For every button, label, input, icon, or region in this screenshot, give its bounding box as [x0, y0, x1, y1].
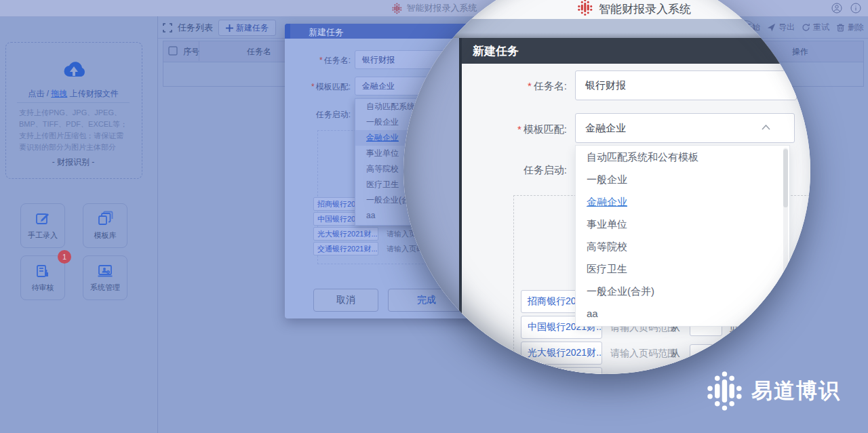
task-name-label-text: 任务名: — [534, 80, 567, 91]
table-border-left — [163, 41, 163, 86]
retry-icon — [802, 23, 810, 32]
brand-name: 易道博识 — [751, 377, 841, 405]
dropdown-option[interactable]: 一般企业(合并) — [576, 280, 789, 302]
content-toolbar: 任务列表 新建任务 — [163, 20, 276, 35]
template-match-label: *模板匹配: — [296, 81, 351, 93]
required-mark: * — [517, 123, 521, 135]
info-icon[interactable] — [850, 3, 861, 14]
upload-divider — [17, 102, 130, 103]
edit-icon — [35, 211, 51, 227]
sidebar-item-template-library[interactable]: 模板库 — [83, 203, 127, 248]
brand-logo-icon — [577, 0, 593, 16]
dropdown-scrollbar — [783, 148, 788, 323]
task-name-label-text: 任务名: — [324, 56, 351, 65]
task-list-label[interactable]: 任务列表 — [178, 22, 213, 34]
dropdown-option[interactable]: 事业单位 — [576, 213, 789, 235]
upload-hint: 支持上传PNG、JPG、JPEG、BMP、TIFF、PDF、EXCEL等；支持上… — [19, 107, 129, 153]
delete-action[interactable]: 删除 — [836, 22, 864, 33]
dropdown-option[interactable]: aa — [576, 302, 789, 325]
cloud-upload-icon — [60, 60, 88, 81]
page-range-placeholder: 请输入页码范围 — [610, 373, 677, 374]
export-label: 导出 — [778, 22, 795, 33]
clipboard-review-icon — [35, 263, 51, 279]
upload-mode-label: - 财报识别 - — [12, 157, 134, 168]
template-label-text: 模板匹配: — [524, 123, 567, 135]
table-border-right — [863, 41, 864, 86]
template-dropdown: 自动匹配系统和公有模板 一般企业 金融企业 事业单位 高等院校 医疗卫生 一般企… — [575, 145, 790, 327]
dropdown-option-selected[interactable]: 金融企业 — [576, 190, 789, 213]
sidebar-item-system-management[interactable]: 系统管理 — [83, 255, 127, 300]
task-name-input[interactable]: 银行财报 — [575, 70, 797, 100]
upload-title-suffix: 上传财报文件 — [70, 89, 119, 98]
topbar: 智能财报录入系统 — [0, 0, 868, 17]
brand-logo-icon — [707, 370, 743, 412]
page-from-label: 从 — [671, 348, 680, 360]
required-mark: * — [528, 80, 532, 91]
system-monitor-icon — [97, 263, 113, 279]
retry-action[interactable]: 重试 — [802, 22, 829, 33]
file-link[interactable]: 交通银行2021财... — [521, 367, 602, 374]
task-name-label: *任务名: — [488, 80, 567, 93]
app-title: 智能财报录入系统 — [599, 1, 691, 17]
column-header-index: 序号 — [183, 46, 199, 58]
upload-drag-link[interactable]: 拖拽 — [51, 89, 67, 98]
export-action[interactable]: 导出 — [767, 22, 795, 33]
dropdown-option[interactable]: 一般企业 — [576, 168, 789, 190]
sidebar-divider — [157, 16, 158, 433]
column-header-operation: 操作 — [792, 46, 808, 58]
sidebar-item-label: 模板库 — [94, 230, 117, 241]
dropdown-option[interactable]: 医疗卫生 — [576, 257, 789, 280]
brand-logo-icon — [391, 3, 403, 14]
file-link[interactable]: 光大银行2021财... — [521, 342, 602, 365]
user-avatar-icon[interactable] — [831, 3, 842, 14]
upload-title-prefix: 点击 / — [28, 89, 49, 98]
lens-modal-shadow — [403, 33, 810, 38]
chevron-up-icon[interactable] — [762, 125, 770, 130]
new-task-label: 新建任务 — [236, 22, 269, 34]
app-screen: 智能财报录入系统 点击 / 拖拽 上传财报文件 支持上传PNG、JPG、JPEG… — [0, 0, 868, 433]
upload-title: 点击 / 拖拽 上传财报文件 — [12, 88, 134, 100]
export-send-icon — [767, 23, 776, 32]
sidebar-item-label: 待审核 — [32, 283, 54, 293]
plus-icon — [226, 24, 233, 32]
scrollbar-thumb[interactable] — [783, 149, 788, 207]
brand-footer: 易道博识 — [707, 370, 841, 412]
dropdown-option[interactable]: 自动匹配系统和公有模板 — [576, 146, 789, 168]
sidebar-item-pending-review[interactable]: 1 待审核 — [20, 255, 65, 300]
task-name-label: *任务名: — [296, 55, 351, 66]
page-from-input[interactable] — [690, 344, 722, 362]
column-header-task-name: 任务名 — [247, 46, 271, 58]
dropdown-option[interactable]: 高等院校 — [576, 235, 789, 257]
file-link[interactable]: 交通银行2021财... — [313, 242, 378, 255]
dialog-title: 新建任务 — [473, 43, 519, 59]
delete-label: 删除 — [848, 22, 864, 33]
template-label-text: 模板匹配: — [316, 82, 351, 91]
sidebar-item-label: 手工录入 — [28, 230, 58, 241]
cancel-button[interactable]: 取消 — [313, 289, 378, 312]
sidebar-item-label: 系统管理 — [90, 283, 120, 293]
required-mark: * — [319, 56, 323, 65]
retry-label: 重试 — [813, 22, 829, 33]
templates-stack-icon — [97, 211, 113, 227]
template-match-label: *模板匹配: — [488, 123, 567, 136]
select-all-checkbox[interactable] — [168, 46, 178, 56]
task-start-label: 任务启动: — [488, 164, 567, 177]
required-mark: * — [311, 82, 315, 91]
pending-review-badge: 1 — [58, 250, 71, 264]
trash-icon — [836, 23, 845, 32]
sidebar-item-manual-entry[interactable]: 手工录入 — [20, 203, 65, 248]
app-title: 智能财报录入系统 — [407, 2, 477, 14]
task-start-label: 任务启动: — [296, 109, 351, 121]
task-list-icon — [163, 23, 172, 33]
file-link[interactable]: 光大银行2021财... — [313, 227, 378, 241]
dialog-title: 新建任务 — [309, 26, 344, 39]
page-range-placeholder: 请输入页码范围 — [610, 348, 677, 360]
new-task-button[interactable]: 新建任务 — [218, 20, 276, 36]
dialog-header-accent — [285, 24, 290, 39]
